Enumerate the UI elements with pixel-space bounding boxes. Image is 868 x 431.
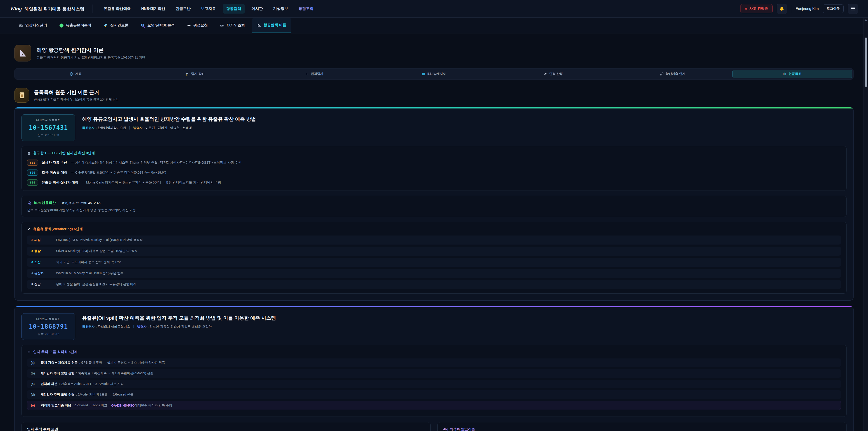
claims-box: 청구항 1 — ESI 기반 실시간 확산 3단계 S10 실시간 자료 수신 …	[22, 146, 846, 191]
step-desc: — CHARRY모델 조화분석 + 취송류 경험식(0.029×Vw, θw+1…	[71, 171, 166, 175]
step-desc: : 관측경로 Δobs ↔ 제1모델 ΔModel 차분 처리	[59, 382, 124, 386]
subnav-item-aerial-search-theory[interactable]: 항공탐색 이론	[252, 18, 291, 33]
step-key: (a)	[31, 361, 41, 365]
books-icon	[783, 72, 786, 76]
patent1-number-badge: 대한민국 등록특허 10-1567431 등록: 2015.11.03	[22, 114, 75, 141]
patent-number: 10-1567431	[24, 124, 73, 131]
subnav-item-label: 위성요청	[193, 23, 208, 28]
nav-item-integrated-search[interactable]: 통합조회	[295, 4, 317, 13]
tab-diffusion-link[interactable]: 확산예측 연계	[613, 70, 732, 78]
weathering-row: ① 퍼짐 Fay(1969): 중력-관성력. Mackay et al.(19…	[27, 236, 841, 245]
weathering-label: ④ 유상화	[31, 271, 56, 275]
map-icon	[422, 72, 426, 76]
page-title: 해양 항공탐색·원격탐사 이론	[37, 47, 145, 54]
weathering-row: ② 증발 Stiver & Mackay(1984) 해석적 방법. 수일~10…	[27, 247, 841, 256]
step-label: 최적화 알고리즘 적용	[41, 403, 71, 407]
step-badge: S10	[27, 160, 38, 166]
header-divider	[791, 5, 792, 13]
nav-item-aerial-search[interactable]: 항공탐색	[223, 4, 245, 13]
weathering-label: ⑤ 침강	[31, 282, 56, 286]
page-icon-box	[14, 45, 31, 61]
step-label: 제2 입자 추적 모델 수립	[41, 393, 74, 397]
step-desc-highlight: GA·DE·HS·PSO	[111, 404, 134, 407]
app-header: Wing 해양환경 위기대응 통합시스템 유출유 확산예측 HNS·대기확산 긴…	[0, 0, 868, 18]
optimization-step-row-final: (e) 최적화 알고리즘 적용 : ΔRevised ↔ Δobs 비교 → G…	[27, 401, 841, 410]
subnav-item-realtime-drone[interactable]: 실시간드론	[98, 18, 133, 33]
logout-button[interactable]: 로그아웃	[823, 4, 844, 13]
section-icon-box	[14, 88, 29, 102]
step-key: (b)	[31, 372, 41, 375]
nav-item-oil-spill-forecast[interactable]: 유출유 확산예측	[100, 4, 134, 13]
magnifier-icon	[141, 23, 145, 28]
incident-badge-label: 사고 진행중	[749, 6, 768, 11]
tab-papers-patents[interactable]: 논문특허	[733, 70, 852, 78]
tab-label: 원격탐사	[311, 72, 323, 76]
section-title: 등록특허 원문 기반 이론 근거	[34, 89, 119, 96]
nav-item-weather-info[interactable]: 기상정보	[270, 4, 291, 13]
patent-title: 해양 유류오염사고 발생시 효율적인 방제방안 수립을 위한 유출유 확산 예측…	[82, 116, 256, 122]
weathering-desc: 쇄파 기인. 파도에너지·풍속 함수. 전체 약 15%	[56, 260, 121, 264]
app-logo: Wing	[10, 6, 22, 12]
section-header-text: 등록특허 원문 기반 이론 근거 WING 탑재 유출유 확산예측 시스템의 특…	[34, 89, 119, 102]
nav-item-emergency-rescue[interactable]: 긴급구난	[172, 4, 194, 13]
patent-meta: 특허권자 : 주식회사 아라종합기술 | 발명자 : 김도연·김용혁·김충기·김…	[82, 325, 276, 329]
weathering-desc: Water-in-oil. Mackay et al.(1980) 풍속·수분 …	[56, 271, 123, 275]
weathering-desc: Stiver & Mackay(1984) 해석적 방법. 수일~10일간 약 …	[56, 249, 137, 253]
optimization-box-header: 입자 추적 모듈 최적화 5단계	[27, 350, 841, 355]
notifications-button[interactable]	[777, 4, 787, 14]
optimization-box: 입자 추적 모듈 최적화 5단계 (a) 뜰개 관측 + 예측자료 취득 : G…	[22, 345, 846, 417]
owner-value: 한국해양과학기술원	[97, 126, 126, 129]
satellite-icon	[103, 23, 108, 28]
weathering-label: ③ 소산	[31, 260, 56, 264]
optimization-title: 입자 추적 모듈 최적화 5단계	[33, 350, 78, 355]
subnav-item-pollution-ship-3d[interactable]: 오염/선박3D분석	[135, 18, 180, 33]
scrollbar-up-arrow-icon[interactable]	[865, 19, 867, 21]
incident-dot-icon	[745, 8, 747, 10]
nav-item-reports[interactable]: 보고자료	[197, 4, 219, 13]
subnav-item-image-photo-management[interactable]: 영상사진관리	[13, 18, 52, 33]
nav-item-board[interactable]: 게시판	[248, 4, 267, 13]
patent-reg-date: 등록: 2018.06.12	[24, 332, 73, 336]
step-desc: — 기상예측시스템·위성영상수신시스템·검조소 인터넷 연결. FTP로 기상자…	[71, 160, 241, 165]
step-desc-pre: : ΔRevised ↔ Δobs 비교 →	[73, 403, 111, 407]
tab-esi-map[interactable]: ESI 방제지도	[374, 70, 493, 78]
sparkle-icon	[187, 24, 191, 28]
subnav-item-satellite-request[interactable]: 위성요청	[182, 18, 213, 33]
satellite-icon	[185, 72, 189, 76]
fbm-title: fBm 난류확산	[34, 201, 56, 205]
tab-label: 확산예측 연계	[666, 72, 686, 76]
step-label: 뜰개 관측 + 예측자료 취득	[41, 361, 78, 365]
tab-remote-sensing[interactable]: 원격탐사	[255, 70, 374, 78]
patent-number: 10-1868791	[24, 323, 73, 330]
header-right: 사고 진행중 Eunjeong Kim 로그아웃	[740, 4, 858, 14]
subnav-item-oil-area-analysis[interactable]: 유출유면적분석	[54, 18, 96, 33]
step-key: (d)	[31, 393, 41, 396]
step-label: 조류·취송류 예측	[41, 171, 67, 175]
patent-meta: 특허권자 : 한국해양과학기술원 | 발명자 : 이문진 · 김혜진 · 이승현…	[82, 126, 256, 130]
app-title: 해양환경 위기대응 통합시스템	[24, 6, 84, 12]
tab-overview[interactable]: 개요	[16, 70, 135, 78]
subnav-item-cctv-view[interactable]: CCTV 조회	[215, 18, 250, 33]
bell-icon	[779, 6, 784, 11]
page-header: 해양 항공탐색·원격탐사 이론 유출유 원격탐지·항공감시 기법·ESI 방제정…	[14, 45, 854, 61]
step-key: (e)	[31, 404, 41, 407]
patent-card-2: 대한민국 등록특허 10-1868791 등록: 2018.06.12 유출유(…	[14, 306, 854, 431]
weathering-desc: Fay(1969): 중력-관성력. Mackay et al.(1980) 표…	[56, 238, 143, 242]
patent2-title-block: 유출유(Oil spill) 확산 예측을 위한 입자 추적 모듈 최적화 방법…	[82, 313, 276, 329]
tab-detection-equipment[interactable]: 탐지 장비	[135, 70, 254, 78]
main-content: 해양 항공탐색·원격탐사 이론 유출유 원격탐지·항공감시 기법·ESI 방제정…	[0, 33, 868, 431]
main-nav: 유출유 확산예측 HNS·대기확산 긴급구난 보고자료 항공탐색 게시판 기상정…	[100, 4, 317, 13]
optimization-step-row: (c) 전처리 차분 : 관측경로 Δobs ↔ 제1모델 ΔModel 차분 …	[27, 380, 841, 388]
owner-label: 특허권자 :	[82, 126, 97, 129]
tab-area-calculation[interactable]: 면적 산정	[493, 70, 613, 78]
scrollbar-thumb[interactable]	[865, 37, 867, 87]
claims-box-header: 청구항 1 — ESI 기반 실시간 확산 3단계	[27, 151, 841, 155]
nav-item-hns-atmospheric[interactable]: HNS·대기확산	[138, 4, 169, 13]
step-desc: — Monte Carlo 입자추적 + fBm 난류확산 + 풍화 5단계 →…	[82, 180, 221, 185]
menu-button[interactable]	[848, 4, 858, 14]
section-header: 등록특허 원문 기반 이론 근거 WING 탑재 유출유 확산예측 시스템의 특…	[14, 88, 854, 102]
triangle-ruler-icon	[257, 23, 261, 27]
optimization-step-row: (b) 제1 입자 추적 모델 실행 : 예측자료 + 확신계수 → 제1 예측…	[27, 369, 841, 378]
step-label: 제1 입자 추적 모델 실행	[41, 371, 74, 375]
tab-label: 개요	[75, 72, 82, 76]
